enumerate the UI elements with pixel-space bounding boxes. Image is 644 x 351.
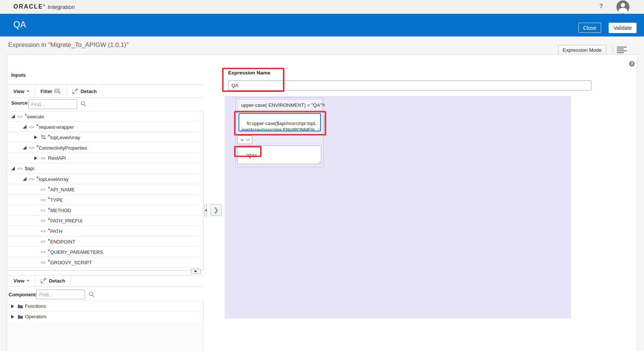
tree-node-label: *ConnectivityProperties xyxy=(37,144,87,151)
resize-handle[interactable] xyxy=(317,160,321,163)
tree-node-label: *topLevelArray xyxy=(37,176,69,182)
tree-node-execute[interactable]: <>*execute xyxy=(8,111,199,122)
source-tree: <>*execute<>*request-wrapper*topLevelArr… xyxy=(8,111,203,271)
help-icon[interactable]: ? xyxy=(599,3,603,10)
validate-button[interactable]: Validate xyxy=(609,23,637,33)
collapse-node-icon[interactable] xyxy=(23,177,29,181)
collapse-node-icon[interactable] xyxy=(11,115,18,118)
detach-button[interactable]: Detach xyxy=(35,275,70,286)
expand-chevrons-icon[interactable]: » xyxy=(322,101,328,109)
tree-node-api-name[interactable]: <>*API_NAME xyxy=(8,184,199,195)
required-asterisk: * xyxy=(48,249,50,254)
tree-node-functions[interactable]: Functions xyxy=(8,301,199,312)
view-menu-button[interactable]: View xyxy=(8,275,35,286)
collapse-node-icon[interactable] xyxy=(23,125,29,129)
triangle-left-icon xyxy=(205,209,206,211)
tree-node-connectivityproperties[interactable]: <>*ConnectivityProperties xyxy=(8,143,199,153)
filter-icon xyxy=(54,89,61,94)
view-menu-button[interactable]: View xyxy=(8,85,35,98)
tree-node-groovy-script[interactable]: <>*GROOVY_SCRIPT xyxy=(8,257,199,268)
expand-node-icon[interactable] xyxy=(11,304,18,308)
detach-icon xyxy=(40,278,47,284)
expression-mode-button[interactable]: Expression Mode xyxy=(558,45,606,55)
tree-node-endpoint[interactable]: <>*ENDPOINT xyxy=(8,236,199,247)
required-asterisk: * xyxy=(48,134,50,139)
required-asterisk: * xyxy=(48,269,50,271)
expand-node-icon[interactable] xyxy=(34,135,41,139)
xml-element-icon: <> xyxy=(41,198,48,202)
resize-handle[interactable] xyxy=(316,127,320,130)
repeating-element-icon xyxy=(41,135,48,140)
xml-element-icon: <> xyxy=(41,271,48,271)
chevron-down-icon xyxy=(246,137,250,141)
detach-label: Detach xyxy=(49,278,65,284)
xml-element-icon: <> xyxy=(41,229,48,233)
action-bar: QA Close Validate xyxy=(0,14,644,36)
components-panel-footer xyxy=(8,322,203,351)
tree-node-path-prefix[interactable]: <>*PATH_PREFIX xyxy=(8,216,199,226)
xml-element-icon: <> xyxy=(29,125,37,129)
chevron-down-icon xyxy=(26,90,29,92)
xml-element-icon: <> xyxy=(41,208,48,213)
tree-node-label: *PATH xyxy=(48,228,62,234)
components-label: Components xyxy=(9,292,38,297)
move-to-expression-button[interactable]: ❯ xyxy=(210,204,222,216)
collapse-node-icon[interactable] xyxy=(11,167,18,170)
detach-label: Detach xyxy=(80,89,97,94)
tree-node-toplevelarray[interactable]: *topLevelArray xyxy=(8,132,199,143)
tree-node-query-parameters[interactable]: <>*QUERY_PARAMETERS xyxy=(8,247,199,257)
tree-node-label: RestAPI xyxy=(48,155,66,161)
tree-scroll-down-button[interactable] xyxy=(191,269,201,274)
xml-element-icon: <> xyxy=(41,156,48,160)
tree-node-restapi[interactable]: <>RestAPI xyxy=(8,153,199,163)
condition-summary-chip[interactable]: upper-case( ENVIRONMENT) = "QA" » xyxy=(237,99,322,111)
left-operand-textarea[interactable]: fn:upper-case($api/nssrcmpr:topLevelArra… xyxy=(239,113,321,131)
required-asterisk: * xyxy=(37,124,38,129)
components-tree: FunctionsOperators xyxy=(8,301,203,322)
triangle-down-icon xyxy=(194,271,197,272)
tree-node--api[interactable]: <>$api xyxy=(8,163,199,174)
detach-icon xyxy=(72,89,78,94)
xml-element-icon: <> xyxy=(29,146,37,150)
user-avatar[interactable] xyxy=(616,0,629,13)
filter-label: Filter xyxy=(40,89,52,94)
condition-summary-text: upper-case( ENVIRONMENT) = "QA" xyxy=(238,102,322,108)
toolbar-divider xyxy=(613,46,613,54)
collapse-node-icon[interactable] xyxy=(23,146,29,150)
required-asterisk: * xyxy=(48,186,50,191)
search-icon[interactable] xyxy=(89,291,95,297)
panel-collapse-handle[interactable] xyxy=(204,204,207,216)
tree-node-authentication-type[interactable]: <>*AUTHENTICATION_TYPE xyxy=(8,268,199,271)
tree-node-label: *request-wrapper xyxy=(37,124,74,130)
source-toolbar: View Filter Detach xyxy=(8,84,203,98)
expand-node-icon[interactable] xyxy=(34,156,41,160)
tree-node-operators[interactable]: Operators xyxy=(8,312,199,322)
tree-node-type[interactable]: <>*TYPE xyxy=(8,195,199,205)
detach-button[interactable]: Detach xyxy=(67,85,102,98)
required-asterisk: * xyxy=(48,207,50,212)
xml-element-icon: <> xyxy=(18,114,25,119)
tree-node-request-wrapper[interactable]: <>*request-wrapper xyxy=(8,122,199,132)
top-bar: ORACLE® Integration ? xyxy=(0,0,644,14)
avatar-head-icon xyxy=(621,3,625,7)
filter-button[interactable]: Filter xyxy=(35,85,67,98)
required-asterisk: * xyxy=(37,144,38,150)
tree-node-toplevelarray[interactable]: <>*topLevelArray xyxy=(8,174,199,184)
close-button[interactable]: Close xyxy=(578,23,601,33)
components-find-input[interactable] xyxy=(36,290,85,299)
registered-mark-icon: ® xyxy=(43,4,45,7)
tree-node-path[interactable]: <>*PATH xyxy=(8,226,199,236)
expression-name-label: Expression Name xyxy=(228,70,270,76)
xml-element-icon: <> xyxy=(41,250,48,254)
operator-select[interactable]: = xyxy=(237,135,252,144)
right-operand-textarea[interactable]: "QA" xyxy=(237,146,321,164)
context-help-icon[interactable]: ? xyxy=(629,61,635,67)
tree-node-method[interactable]: <>*METHOD xyxy=(8,205,199,216)
expression-name-input[interactable] xyxy=(228,80,591,90)
source-find-input[interactable] xyxy=(28,99,77,109)
required-asterisk: * xyxy=(48,228,50,233)
list-menu-icon[interactable] xyxy=(617,47,627,53)
oracle-logo: ORACLE® xyxy=(13,3,45,10)
expand-node-icon[interactable] xyxy=(11,315,18,319)
search-icon[interactable] xyxy=(80,101,86,107)
